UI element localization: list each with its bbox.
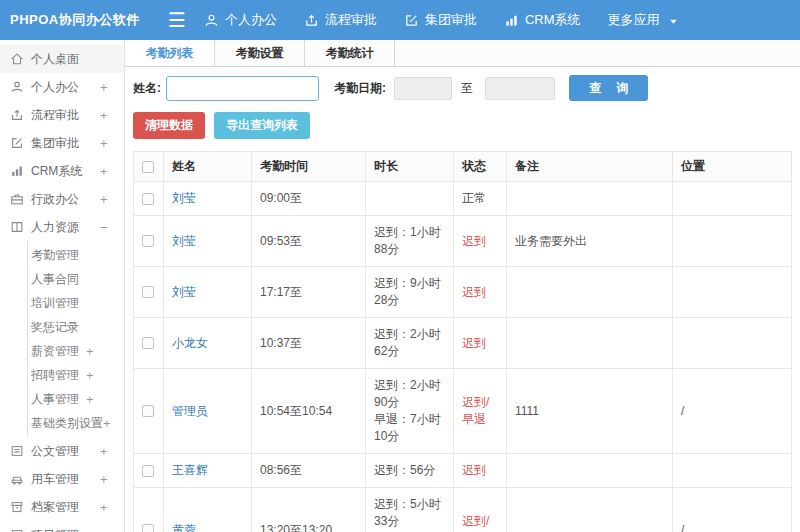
date-from-input[interactable] bbox=[394, 77, 452, 100]
nav-item-5[interactable]: 更多应用 bbox=[608, 11, 681, 29]
employee-link[interactable]: 刘莹 bbox=[172, 285, 196, 299]
note-cell bbox=[507, 488, 673, 532]
user-icon bbox=[204, 13, 219, 28]
chart-icon bbox=[504, 13, 519, 28]
expand-toggle-icon[interactable]: + bbox=[100, 164, 124, 179]
sidebar-item[interactable]: CRM系统+ bbox=[0, 157, 124, 185]
name-cell: 王喜辉 bbox=[164, 454, 252, 488]
note-cell bbox=[507, 267, 673, 318]
duration-line: 迟到：9小时28分 bbox=[374, 275, 445, 309]
nav-item-3[interactable]: 集团审批 bbox=[404, 11, 477, 29]
project-icon bbox=[10, 528, 24, 532]
tab-2[interactable]: 考勤设置 bbox=[215, 40, 305, 66]
sidebar-subitem[interactable]: 招聘管理+ bbox=[28, 363, 124, 387]
sidebar-subitem[interactable]: 人事管理+ bbox=[28, 387, 124, 411]
row-checkbox[interactable] bbox=[142, 235, 154, 247]
employee-link[interactable]: 王喜辉 bbox=[172, 463, 208, 477]
export-list-button[interactable]: 导出查询列表 bbox=[214, 112, 310, 139]
expand-toggle-icon[interactable]: + bbox=[100, 528, 124, 532]
status-cell: 迟到/早退 bbox=[454, 369, 507, 454]
column-header: 备注 bbox=[507, 152, 673, 182]
sidebar-item[interactable]: 个人办公+ bbox=[0, 73, 124, 101]
row-checkbox[interactable] bbox=[142, 524, 154, 532]
expand-toggle-icon[interactable]: + bbox=[86, 392, 124, 407]
sidebar-subitem[interactable]: 薪资管理+ bbox=[28, 339, 124, 363]
employee-link[interactable]: 刘莹 bbox=[172, 234, 196, 248]
sidebar-item[interactable]: 集团审批+ bbox=[0, 129, 124, 157]
expand-toggle-icon[interactable]: − bbox=[100, 220, 124, 235]
top-nav: 个人办公流程审批集团审批CRM系统更多应用 bbox=[204, 11, 708, 29]
sidebar-subitem[interactable]: 考勤管理 bbox=[28, 243, 124, 267]
row-checkbox[interactable] bbox=[142, 465, 154, 477]
row-checkbox[interactable] bbox=[142, 337, 154, 349]
tab-3[interactable]: 考勤统计 bbox=[305, 40, 395, 66]
doc-icon bbox=[10, 444, 24, 458]
sidebar-subitem-label: 考勤管理 bbox=[31, 247, 86, 264]
employee-link[interactable]: 刘莹 bbox=[172, 191, 196, 205]
app-logo[interactable]: PHPOA协同办公软件 bbox=[0, 11, 150, 29]
location-cell bbox=[673, 267, 792, 318]
nav-item-4[interactable]: CRM系统 bbox=[504, 11, 581, 29]
status-cell: 迟到 bbox=[454, 454, 507, 488]
row-checkbox-cell bbox=[134, 369, 164, 454]
row-checkbox[interactable] bbox=[142, 405, 154, 417]
action-buttons: 清理数据 导出查询列表 bbox=[125, 107, 800, 148]
sidebar-item-label: 流程审批 bbox=[31, 107, 100, 124]
sidebar-subitem[interactable]: 奖惩记录 bbox=[28, 315, 124, 339]
expand-toggle-icon[interactable]: + bbox=[100, 80, 124, 95]
select-all-checkbox[interactable] bbox=[142, 161, 154, 173]
sidebar-item[interactable]: 项目管理+ bbox=[0, 521, 124, 532]
nav-item-2[interactable]: 流程审批 bbox=[304, 11, 377, 29]
expand-toggle-icon[interactable]: + bbox=[86, 368, 124, 383]
time-cell: 08:56至 bbox=[252, 454, 366, 488]
row-checkbox-cell bbox=[134, 488, 164, 532]
note-cell: 业务需要外出 bbox=[507, 216, 673, 267]
employee-link[interactable]: 管理员 bbox=[172, 404, 208, 418]
row-checkbox[interactable] bbox=[142, 286, 154, 298]
sidebar-subitem[interactable]: 基础类别设置+ bbox=[28, 411, 124, 435]
expand-toggle-icon[interactable]: + bbox=[100, 500, 124, 515]
expand-toggle-icon[interactable]: + bbox=[100, 108, 124, 123]
menu-toggle-icon[interactable]: ☰ bbox=[168, 10, 186, 30]
sidebar-item[interactable]: 人力资源− bbox=[0, 213, 124, 241]
sidebar-subitem[interactable]: 人事合同 bbox=[28, 267, 124, 291]
name-input[interactable] bbox=[166, 76, 319, 101]
name-cell: 刘莹 bbox=[164, 182, 252, 216]
employee-link[interactable]: 小龙女 bbox=[172, 336, 208, 350]
duration-cell: 迟到：56分 bbox=[366, 454, 454, 488]
caret-icon bbox=[666, 14, 681, 29]
date-to-input[interactable] bbox=[485, 77, 555, 100]
edit-icon bbox=[10, 136, 24, 150]
tab-1[interactable]: 考勤列表 bbox=[125, 40, 215, 66]
sidebar-item[interactable]: 公文管理+ bbox=[0, 437, 124, 465]
date-label: 考勤日期: bbox=[334, 80, 386, 97]
time-cell: 10:37至 bbox=[252, 318, 366, 369]
expand-toggle-icon[interactable]: + bbox=[100, 444, 124, 459]
sidebar-subitem[interactable]: 培训管理 bbox=[28, 291, 124, 315]
sidebar-item[interactable]: 档案管理+ bbox=[0, 493, 124, 521]
nav-item-1[interactable]: 个人办公 bbox=[204, 11, 277, 29]
expand-toggle-icon[interactable]: + bbox=[100, 192, 124, 207]
expand-toggle-icon[interactable]: + bbox=[86, 344, 124, 359]
expand-toggle-icon[interactable]: + bbox=[103, 416, 124, 431]
row-checkbox[interactable] bbox=[142, 193, 154, 205]
status-cell: 迟到 bbox=[454, 216, 507, 267]
location-cell bbox=[673, 454, 792, 488]
sidebar-item[interactable]: 行政办公+ bbox=[0, 185, 124, 213]
table-header-row: 姓名考勤时间时长状态备注位置 bbox=[134, 152, 792, 182]
employee-link[interactable]: 黄蓉 bbox=[172, 523, 196, 532]
column-header: 时长 bbox=[366, 152, 454, 182]
search-button[interactable]: 查 询 bbox=[569, 75, 648, 101]
sidebar-item[interactable]: 流程审批+ bbox=[0, 101, 124, 129]
archive-icon bbox=[10, 500, 24, 514]
sidebar-item[interactable]: 用车管理+ bbox=[0, 465, 124, 493]
row-checkbox-cell bbox=[134, 216, 164, 267]
sidebar-item[interactable]: 个人桌面 bbox=[0, 45, 124, 73]
table-row: 管理员10:54至10:54迟到：2小时90分早退：7小时10分迟到/早退111… bbox=[134, 369, 792, 454]
sidebar-subitem-label: 人事管理 bbox=[31, 391, 86, 408]
table-row: 小龙女10:37至迟到：2小时62分迟到 bbox=[134, 318, 792, 369]
expand-toggle-icon[interactable]: + bbox=[100, 472, 124, 487]
sidebar-subitem-label: 招聘管理 bbox=[31, 367, 86, 384]
clear-data-button[interactable]: 清理数据 bbox=[133, 112, 205, 139]
expand-toggle-icon[interactable]: + bbox=[100, 136, 124, 151]
